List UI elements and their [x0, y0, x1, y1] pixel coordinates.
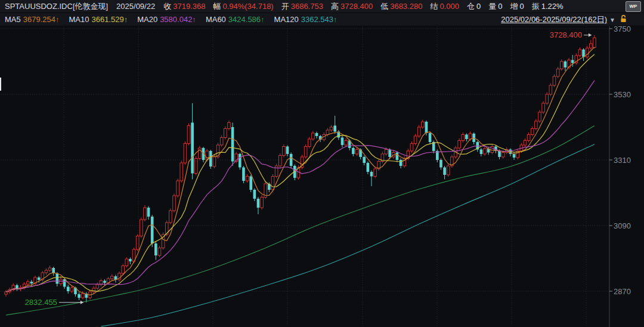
candle — [498, 151, 501, 157]
candle — [286, 147, 289, 155]
candle — [312, 133, 315, 139]
candle — [213, 157, 216, 166]
candle — [63, 279, 66, 287]
candle — [538, 112, 541, 121]
candle — [26, 282, 29, 284]
candle — [341, 138, 344, 146]
candle — [220, 138, 223, 146]
candle — [484, 149, 487, 154]
candle — [590, 44, 593, 48]
candle — [122, 266, 125, 274]
candle — [129, 259, 132, 261]
date-range-button[interactable]: 2025/02/06-2025/09/22(162日) — [501, 14, 607, 25]
candle — [169, 211, 172, 223]
candle — [542, 103, 545, 112]
dropdown-arrow-icon[interactable]: ▼ — [609, 17, 615, 23]
candle — [224, 129, 227, 138]
candle — [513, 154, 516, 158]
candle — [491, 147, 494, 153]
ma-legend-5: MA53679.254↑ — [5, 15, 59, 24]
candle — [239, 154, 242, 168]
ma120-line — [101, 144, 595, 326]
candle — [308, 139, 311, 147]
candle — [110, 276, 113, 279]
ma-legend-20: MA203580.042↑ — [137, 15, 196, 24]
candle — [278, 156, 281, 166]
candle — [355, 150, 358, 155]
candle — [261, 198, 264, 208]
wp-watermark-icon: WP — [626, 1, 641, 12]
candle — [67, 287, 70, 292]
unlock-icon[interactable] — [620, 15, 627, 24]
candle — [527, 135, 530, 141]
candle — [253, 190, 256, 199]
y-axis-label: 2870 — [614, 287, 631, 296]
candle — [187, 126, 190, 144]
candle — [191, 123, 194, 174]
candle — [593, 38, 596, 47]
quote-volume: 量0 — [488, 2, 502, 11]
ma5-line — [6, 47, 595, 295]
annotation-arrowhead — [589, 33, 592, 37]
candle — [147, 208, 150, 217]
quote-position: 仓0 — [467, 2, 481, 11]
candle — [560, 61, 563, 69]
candle — [458, 141, 461, 149]
candle — [422, 122, 425, 127]
candle — [242, 168, 245, 181]
candle — [231, 127, 234, 162]
candle — [249, 177, 252, 190]
ma-legend-60: MA603424.586↑ — [206, 15, 265, 24]
y-axis-label: 3090 — [614, 221, 631, 230]
candle — [564, 61, 567, 67]
price-annotation: 3728.400 — [550, 30, 582, 39]
candle — [96, 285, 99, 288]
annotation-arrowhead — [80, 301, 83, 304]
candle — [173, 196, 176, 211]
quote-open: 开3686.753 — [281, 2, 323, 11]
candle — [417, 127, 420, 136]
candle — [582, 50, 585, 57]
candle — [578, 50, 581, 55]
candle — [38, 277, 41, 280]
candle — [144, 208, 147, 220]
candle — [447, 166, 450, 175]
candle — [5, 292, 8, 294]
ma-legend-10: MA103661.529↑ — [69, 15, 128, 24]
ma-legend-bar: MA53679.254↑MA103661.529↑MA203580.042↑MA… — [0, 13, 644, 26]
candle — [429, 133, 432, 142]
quote-oi-change: 增0 — [510, 2, 524, 11]
candle — [443, 168, 446, 175]
candle — [103, 281, 106, 283]
candle — [78, 294, 80, 298]
candle — [246, 177, 249, 181]
ma-lines-layer — [6, 47, 595, 326]
chart-window: SPTAUUSDOZ.IDC[伦敦金现] 2025/09/22 收3719.36… — [0, 0, 644, 327]
candle — [462, 135, 465, 141]
candle — [315, 133, 318, 136]
candle — [553, 76, 556, 85]
candle — [206, 151, 209, 160]
candle — [465, 135, 468, 140]
candle — [385, 150, 388, 155]
candlestick-chart[interactable]: 375035303310309028703728.4002832.455 — [0, 26, 644, 327]
candle — [396, 153, 399, 161]
candle — [388, 150, 391, 158]
candle — [535, 121, 538, 129]
candle — [228, 123, 231, 129]
candle — [549, 85, 552, 94]
candle — [439, 160, 442, 168]
candle — [180, 163, 183, 181]
candle — [194, 159, 197, 174]
quote-fields: 收3719.368幅0.94%(34.718)开3686.753高3728.40… — [163, 1, 571, 12]
candle — [345, 141, 348, 146]
candle — [30, 282, 33, 283]
candle — [326, 130, 329, 135]
quote-high: 高3728.400 — [331, 2, 373, 11]
candle — [410, 144, 413, 152]
candle — [330, 127, 333, 130]
candle — [184, 144, 187, 164]
candle — [48, 268, 51, 270]
candle — [400, 160, 402, 166]
candle — [271, 177, 274, 190]
